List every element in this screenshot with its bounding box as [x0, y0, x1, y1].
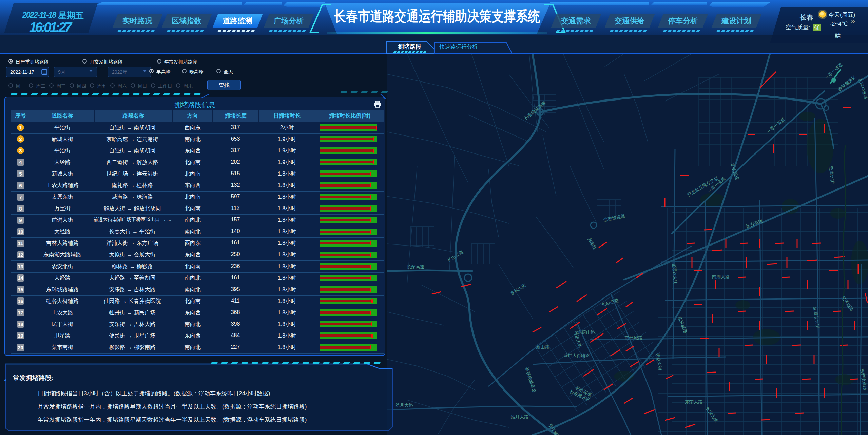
svg-text:皓月大路: 皓月大路 — [511, 414, 528, 419]
svg-text:快速路运行分析: 快速路运行分析 — [439, 44, 478, 50]
svg-text:蔚山路: 蔚山路 — [536, 344, 549, 349]
svg-text:盛世大街辅路: 盛世大街辅路 — [563, 353, 590, 358]
svg-text:东蔚山路: 东蔚山路 — [577, 330, 595, 335]
svg-text:长深高速: 长深高速 — [407, 264, 424, 269]
svg-text:建设计划: 建设计划 — [721, 17, 751, 25]
svg-text:停车分析: 停车分析 — [668, 17, 698, 25]
svg-text:南湖大路: 南湖大路 — [712, 274, 730, 279]
svg-text:优: 优 — [814, 24, 819, 30]
svg-text:交通供给: 交通供给 — [614, 17, 645, 25]
svg-text:-2~4℃: -2~4℃ — [830, 21, 848, 27]
svg-text:实时路况: 实时路况 — [122, 17, 153, 25]
svg-text:区域指数: 区域指数 — [172, 17, 202, 25]
svg-text:长春: 长春 — [799, 14, 813, 21]
svg-text:交通需求: 交通需求 — [561, 17, 591, 25]
svg-text:广场分析: 广场分析 — [273, 17, 304, 25]
svg-text:2022-11-18: 2022-11-18 — [22, 11, 56, 19]
svg-text:道路监测: 道路监测 — [223, 17, 252, 25]
svg-text:16:01:27: 16:01:27 — [29, 20, 73, 35]
svg-text:»: » — [851, 16, 855, 25]
svg-text:南环城路: 南环城路 — [625, 335, 642, 340]
svg-text:长春市道路交通运行辅助决策支撑系统: 长春市道路交通运行辅助决策支撑系统 — [334, 8, 540, 24]
svg-text:拥堵路段: 拥堵路段 — [398, 43, 422, 50]
svg-text:星期五: 星期五 — [58, 11, 84, 20]
svg-text:空气质量:: 空气质量: — [786, 24, 810, 31]
svg-text:东荣大路: 东荣大路 — [685, 399, 702, 404]
svg-text:晴: 晴 — [835, 33, 841, 39]
